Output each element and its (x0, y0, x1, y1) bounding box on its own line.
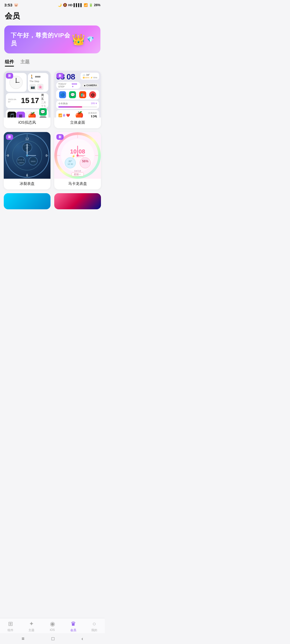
svg-text:04/18: 04/18 (74, 169, 81, 172)
status-emoji: 🐷 (14, 3, 18, 7)
svg-text:星期一: 星期一 (74, 173, 81, 175)
svg-text:6: 6 (26, 173, 28, 177)
svg-text:20°: 20° (68, 160, 72, 162)
partial-cards-row (0, 193, 105, 209)
widget-preview-ice: 新 12 3 6 9 (4, 132, 50, 179)
widget-preview-ios: 新 (4, 71, 50, 118)
svg-text:12: 12 (25, 137, 29, 141)
svg-text:10:10 五: 10:10 五 (17, 159, 24, 160)
widget-name-ice: 冰裂表盘 (4, 179, 50, 189)
tab-widgets[interactable]: 组件 (5, 59, 14, 67)
widget-name-macaron: 马卡龙表盘 (54, 179, 101, 189)
page-title: 会员 (5, 11, 100, 21)
vip-banner[interactable]: 下午好，尊贵的VIP会员 👑 💎 (4, 25, 100, 53)
svg-point-17 (17, 156, 26, 165)
wifi-status-icon: 📶 (84, 3, 88, 7)
new-badge-ice: 新 (6, 134, 13, 140)
svg-text:100%: 100% (18, 161, 24, 164)
vip-greeting: 下午好，尊贵的VIP会员 (11, 31, 72, 47)
svg-text:3: 3 (46, 153, 48, 157)
widget-preview-desktop: 新 08 08 ☁️ 34° ☀️95% ⚡75% T (54, 71, 101, 118)
gem-icon: 💎 (87, 36, 94, 43)
hd-icon: HD (68, 3, 73, 7)
widget-preview-macaron: 新 (54, 132, 101, 179)
widget-name-desktop: 立体桌面 (54, 118, 101, 128)
tabs-container: 组件 主题 (0, 59, 105, 67)
widget-card-macaron[interactable]: 新 (54, 132, 101, 189)
crown-icon: 👑 (72, 33, 85, 46)
new-badge-desktop: 新 (56, 73, 64, 79)
status-time: 3:53 (4, 3, 12, 7)
svg-point-43 (77, 154, 79, 156)
svg-point-24 (26, 154, 28, 156)
alarm-icon: 🔕 (63, 3, 67, 7)
battery-icon: 🔋 (89, 3, 93, 7)
partial-card-right (54, 193, 101, 209)
svg-text:56%: 56% (82, 159, 88, 163)
widget-card-desktop[interactable]: 新 08 08 ☁️ 34° ☀️95% ⚡75% T (54, 71, 101, 128)
svg-text:9: 9 (7, 153, 9, 157)
widget-card-ios[interactable]: 新 (4, 71, 50, 128)
moon-icon: 🌙 (58, 3, 62, 7)
status-icons: 🌙 🔕 HD ▌▌▌▌ 📶 🔋 26% (58, 3, 100, 7)
vip-decoration: 👑 💎 (72, 33, 94, 46)
widget-grid: 新 (0, 71, 105, 189)
svg-point-3 (16, 82, 17, 83)
svg-text:5600: 5600 (31, 160, 36, 162)
signal-icon: ▌▌▌▌ (74, 3, 83, 7)
new-badge-macaron: 新 (56, 134, 64, 140)
battery-percent: 26% (94, 3, 100, 7)
tab-themes[interactable]: 主题 (20, 59, 30, 67)
new-badge-ios: 新 (6, 73, 13, 79)
page-header: 会员 (0, 9, 105, 25)
svg-text:12 30: 12 30 (68, 163, 73, 165)
widget-card-ice[interactable]: 新 12 3 6 9 (4, 132, 50, 189)
widget-name-ios: iOS拟态风 (4, 118, 50, 128)
status-bar: 3:53 🐷 🌙 🔕 HD ▌▌▌▌ 📶 🔋 26% (0, 0, 105, 9)
partial-card-left (4, 193, 50, 209)
